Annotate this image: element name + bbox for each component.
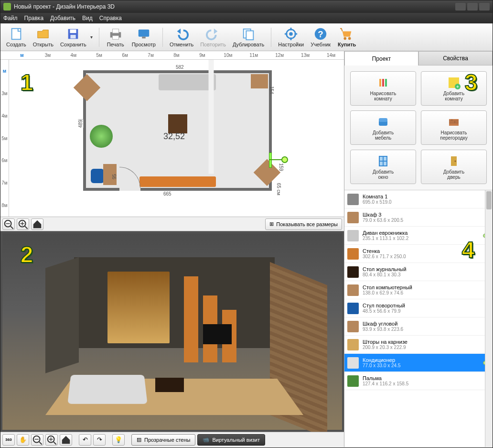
svg-line-22 xyxy=(11,226,13,229)
furniture-corner-desk[interactable] xyxy=(251,74,268,88)
door-element[interactable] xyxy=(119,188,140,191)
undo-button[interactable]: Отменить xyxy=(167,26,196,48)
tab-project[interactable]: Проект xyxy=(344,51,418,66)
camera-icon: 📹 xyxy=(203,437,209,443)
furniture-wall-unit[interactable] xyxy=(139,176,216,187)
create-button[interactable]: Создать xyxy=(3,26,29,48)
add-furniture-button[interactable]: Добавитьмебель xyxy=(350,110,416,145)
save-dropdown[interactable]: ▾ xyxy=(90,34,95,40)
object-list[interactable]: Комната 1 695.0 x 519.0 Шкаф 3 79.0 x 63… xyxy=(344,190,493,447)
object-icon xyxy=(347,248,359,260)
print-button[interactable]: Печать xyxy=(103,26,128,48)
tab-properties[interactable]: Свойства xyxy=(418,51,493,66)
list-item[interactable]: Стол компьютерный 138.0 x 62.9 x 74.6 xyxy=(344,281,493,299)
scroll-thumb[interactable] xyxy=(486,191,492,209)
rotate-right-button[interactable]: ↷ xyxy=(93,434,106,446)
transparent-walls-button[interactable]: ▨Прозрачные стены xyxy=(131,434,195,446)
list-item[interactable]: Кондиционер 77.0 x 33.0 x 24.5 xyxy=(344,354,493,372)
menu-add[interactable]: Добавить xyxy=(50,15,75,22)
furniture-chair[interactable] xyxy=(91,169,104,183)
object-icon xyxy=(347,375,359,387)
save-button[interactable]: Сохранить xyxy=(57,26,89,48)
object-icon xyxy=(347,194,359,205)
list-item[interactable]: Комната 1 695.0 x 519.0 xyxy=(344,190,493,208)
object-dimensions: 138.0 x 62.9 x 74.6 xyxy=(363,290,490,295)
svg-rect-37 xyxy=(385,79,387,87)
object-dimensions: 127.4 x 116.2 x 158.5 xyxy=(363,381,490,386)
close-button[interactable] xyxy=(479,3,490,11)
object-dimensions: 200.9 x 20.3 x 222.9 xyxy=(363,345,490,350)
list-item[interactable]: Стол журнальный 80.4 x 80.1 x 30.3 xyxy=(344,263,493,281)
view-3d[interactable] xyxy=(0,231,344,432)
list-item[interactable]: Стул поворотный 48.5 x 56.6 x 79.9 xyxy=(344,299,493,317)
minimize-button[interactable] xyxy=(455,3,466,11)
open-button[interactable]: Открыть xyxy=(30,26,56,48)
menubar: Файл Правка Добавить Вид Справка xyxy=(0,13,493,23)
home-button[interactable] xyxy=(31,219,43,230)
draw-partition-button[interactable]: Нарисоватьперегородку xyxy=(421,110,487,145)
badge-1: 1 xyxy=(13,69,40,96)
badge-2: 2 xyxy=(13,241,40,268)
furniture-corner-table[interactable] xyxy=(254,159,281,186)
svg-rect-0 xyxy=(12,29,21,40)
list-item[interactable]: Шкаф угловой 93.9 x 93.8 x 223.6 xyxy=(344,317,493,336)
svg-rect-8 xyxy=(142,37,146,39)
redo-button[interactable]: Повторить xyxy=(197,26,229,48)
furniture-corner-wardrobe[interactable] xyxy=(74,74,101,101)
duplicate-button[interactable]: Дублировать xyxy=(230,26,267,48)
show-dimensions-button[interactable]: ⊞Показывать все размеры xyxy=(265,219,342,230)
settings-button[interactable]: Настройки xyxy=(275,26,307,48)
rotate-left-button[interactable]: ↶ xyxy=(79,434,91,446)
object-icon xyxy=(347,266,359,278)
object-dimensions: 80.4 x 80.1 x 30.3 xyxy=(363,272,490,277)
scrollbar[interactable] xyxy=(485,190,493,447)
menu-help[interactable]: Справка xyxy=(99,15,122,22)
svg-rect-42 xyxy=(379,118,387,122)
object-name: Шторы на карнизе xyxy=(363,339,490,345)
object-name: Шкаф 3 xyxy=(363,212,490,218)
svg-rect-7 xyxy=(139,30,150,37)
preview-button[interactable]: Просмотр xyxy=(129,26,159,48)
svg-rect-5 xyxy=(112,29,118,33)
furniture-sofa-top[interactable] xyxy=(159,74,216,90)
menu-file[interactable]: Файл xyxy=(3,15,18,22)
svg-text:?: ? xyxy=(318,29,323,39)
window-element[interactable] xyxy=(269,153,272,168)
object-name: Диван еврокнижка xyxy=(363,230,479,236)
light-button[interactable]: 💡 xyxy=(112,434,125,446)
object-dimensions: 77.0 x 33.0 x 24.5 xyxy=(363,363,479,368)
object-name: Пальма xyxy=(363,375,490,381)
draw-room-button[interactable]: Нарисоватькомнату xyxy=(350,71,416,106)
list-item[interactable]: Шкаф 3 79.0 x 63.6 x 200.5 xyxy=(344,208,493,227)
object-icon xyxy=(347,230,359,241)
home-3d-button[interactable] xyxy=(60,434,72,446)
furniture-plant[interactable] xyxy=(90,125,113,148)
help-button[interactable]: ?Учебник xyxy=(308,26,333,48)
menu-view[interactable]: Вид xyxy=(82,15,93,22)
add-door-button[interactable]: Добавитьдверь xyxy=(421,150,487,184)
plan-2d-view[interactable]: 32,52 582 347 см 154 159 65 см 665 489 9… xyxy=(9,60,344,217)
tabs: Проект Свойства xyxy=(344,51,493,66)
object-dimensions: 695.0 x 519.0 xyxy=(363,199,490,205)
pan-button[interactable]: ✋ xyxy=(17,434,29,446)
app-icon xyxy=(3,3,11,11)
window-handle[interactable] xyxy=(281,156,288,163)
virtual-visit-button[interactable]: 📹Виртуальный визит xyxy=(197,434,265,446)
maximize-button[interactable] xyxy=(467,3,478,11)
area-label: 32,52 xyxy=(163,131,185,142)
furniture-coffee-table[interactable] xyxy=(168,114,187,133)
rotate-360-button[interactable]: 360 xyxy=(2,434,15,446)
menu-edit[interactable]: Правка xyxy=(24,15,44,22)
ruler-horizontal: м3м4м5м6м7м8м9м10м11м12м13м14м xyxy=(0,51,344,60)
list-item[interactable]: Пальма 127.4 x 116.2 x 158.5 xyxy=(344,372,493,390)
list-item[interactable]: Шторы на карнизе 200.9 x 20.3 x 222.9 xyxy=(344,336,493,354)
zoom-in-3d-button[interactable] xyxy=(45,434,58,446)
object-name: Шкаф угловой xyxy=(363,321,490,327)
add-window-button[interactable]: Добавитьокно xyxy=(350,150,416,184)
room-shape[interactable]: 32,52 582 347 см 154 159 65 см 665 489 9… xyxy=(83,70,272,191)
zoom-in-button[interactable] xyxy=(17,219,29,230)
buy-button[interactable]: Купить xyxy=(334,26,359,48)
zoom-out-3d-button[interactable] xyxy=(31,434,43,446)
svg-line-29 xyxy=(39,442,42,445)
zoom-out-button[interactable] xyxy=(2,219,15,230)
